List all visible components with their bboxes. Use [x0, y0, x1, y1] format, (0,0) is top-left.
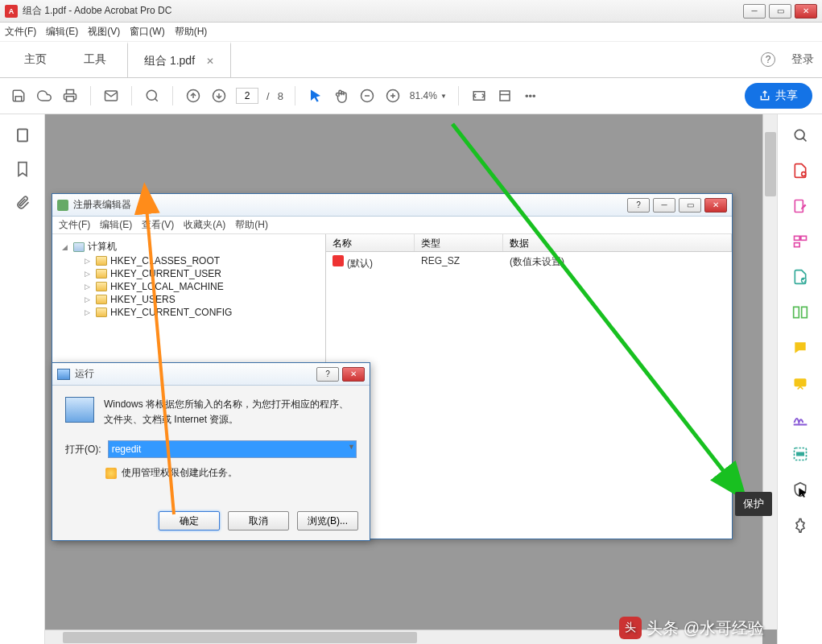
run-close-button[interactable]: ✕	[342, 367, 365, 382]
tree-hkcr[interactable]: ▷HKEY_CLASSES_ROOT	[56, 254, 322, 267]
list-row[interactable]: (默认) REG_SZ (数值未设置)	[326, 252, 732, 274]
share-label: 共享	[775, 89, 798, 103]
zoom-in-icon[interactable]	[384, 87, 402, 105]
vertical-scrollbar[interactable]	[762, 114, 777, 630]
window-title: 组合 1.pdf - Adobe Acrobat Pro DC	[23, 4, 171, 18]
page-view-icon[interactable]	[496, 87, 514, 105]
col-type[interactable]: 类型	[415, 234, 503, 251]
tree-hkcc[interactable]: ▷HKEY_CURRENT_CONFIG	[56, 306, 322, 319]
search-icon[interactable]	[143, 87, 161, 105]
tab-tools[interactable]: 工具	[68, 42, 122, 77]
ok-button[interactable]: 确定	[159, 511, 220, 530]
more-tools-icon[interactable]: •••	[522, 87, 539, 105]
close-button[interactable]: ✕	[795, 4, 817, 19]
regedit-menu-view[interactable]: 查看(V)	[142, 218, 174, 232]
export-pdf-icon[interactable]	[791, 267, 810, 287]
dropdown-icon[interactable]: ▼	[348, 443, 355, 451]
attachment-icon[interactable]	[14, 195, 31, 211]
tree-hku[interactable]: ▷HKEY_USERS	[56, 293, 322, 306]
menu-window[interactable]: 窗口(W)	[130, 25, 164, 39]
svg-rect-26	[794, 243, 799, 247]
print-icon[interactable]	[61, 87, 79, 105]
regedit-help-button[interactable]: ?	[627, 198, 650, 213]
next-page-icon[interactable]	[210, 87, 228, 105]
cloud-icon[interactable]	[35, 87, 53, 105]
search-tool-icon[interactable]	[791, 126, 810, 145]
organize-icon[interactable]	[791, 232, 810, 251]
hand-tool-icon[interactable]	[333, 87, 350, 105]
menu-view[interactable]: 视图(V)	[88, 25, 120, 39]
regedit-menu-edit[interactable]: 编辑(E)	[100, 218, 132, 232]
tab-document-label: 组合 1.pdf	[144, 54, 195, 68]
minimize-button[interactable]: ─	[743, 4, 766, 19]
menu-edit[interactable]: 编辑(E)	[46, 25, 78, 39]
redact-icon[interactable]	[791, 444, 810, 464]
comment-icon[interactable]	[791, 338, 810, 357]
regedit-titlebar[interactable]: 注册表编辑器 ? ─ ▭ ✕	[52, 194, 732, 217]
zoom-level[interactable]: 81.4%▼	[410, 90, 447, 101]
page-sep: /	[266, 90, 270, 102]
browse-button[interactable]: 浏览(B)...	[297, 511, 358, 530]
maximize-button[interactable]: ▭	[769, 4, 791, 19]
run-help-button[interactable]: ?	[316, 367, 339, 382]
svg-point-2	[147, 90, 156, 100]
sign-icon[interactable]	[791, 409, 810, 428]
run-big-icon	[65, 397, 94, 423]
tree-hklm[interactable]: ▷HKEY_LOCAL_MACHINE	[56, 280, 322, 293]
col-data[interactable]: 数据	[503, 234, 732, 251]
signin-link[interactable]: 登录	[791, 52, 814, 67]
window-titlebar: A 组合 1.pdf - Adobe Acrobat Pro DC ─ ▭ ✕	[0, 0, 822, 23]
document-canvas[interactable]: 注册表编辑器 ? ─ ▭ ✕ 文件(F) 编辑(E) 查看(V) 收藏夹(A) …	[45, 114, 777, 644]
share-button[interactable]: 共享	[745, 83, 812, 109]
regedit-close-button[interactable]: ✕	[704, 198, 727, 213]
mail-icon[interactable]	[102, 87, 120, 105]
list-header: 名称 类型 数据	[326, 234, 732, 252]
regedit-value-list[interactable]: 名称 类型 数据 (默认) REG_SZ (数值未设置)	[326, 234, 732, 539]
more-tools-icon[interactable]	[791, 515, 810, 535]
tab-document[interactable]: 组合 1.pdf ✕	[127, 42, 231, 77]
svg-rect-0	[67, 97, 74, 101]
protect-icon[interactable]	[791, 480, 810, 499]
watermark: 头 头条 @水哥经验	[619, 617, 764, 639]
svg-rect-29	[793, 307, 799, 317]
save-icon[interactable]	[10, 87, 27, 105]
run-titlebar[interactable]: 运行 ? ✕	[52, 363, 370, 386]
main-toolbar: / 8 81.4%▼ ••• 共享	[0, 78, 822, 114]
tab-close-icon[interactable]: ✕	[206, 56, 214, 67]
cancel-button[interactable]: 取消	[228, 511, 289, 530]
regedit-maximize-button[interactable]: ▭	[679, 198, 701, 213]
zoom-out-icon[interactable]	[358, 87, 376, 105]
open-label: 打开(O):	[65, 443, 101, 456]
tab-row: 主页 工具 组合 1.pdf ✕ ? 登录	[0, 42, 822, 78]
regedit-menu-fav[interactable]: 收藏夹(A)	[184, 218, 225, 232]
svg-rect-24	[795, 200, 803, 213]
tab-home[interactable]: 主页	[8, 42, 63, 77]
regedit-menu-help[interactable]: 帮助(H)	[235, 218, 268, 232]
fit-width-icon[interactable]	[470, 87, 488, 105]
menu-help[interactable]: 帮助(H)	[175, 25, 208, 39]
tree-root[interactable]: ◢计算机	[56, 239, 322, 254]
help-icon[interactable]: ?	[761, 52, 775, 67]
page-number-input[interactable]	[236, 88, 258, 104]
compare-icon[interactable]	[791, 303, 810, 322]
watermark-icon: 头	[619, 617, 642, 639]
thumbnails-icon[interactable]	[14, 127, 31, 143]
svg-line-3	[155, 99, 158, 101]
menu-file[interactable]: 文件(F)	[5, 25, 36, 39]
select-tool-icon[interactable]	[307, 87, 324, 105]
left-sidebar	[0, 114, 45, 644]
col-name[interactable]: 名称	[326, 234, 415, 251]
svg-rect-30	[801, 307, 807, 317]
create-pdf-icon[interactable]	[791, 161, 810, 180]
svg-rect-16	[18, 130, 27, 142]
bookmark-icon[interactable]	[14, 161, 31, 177]
speech-icon[interactable]	[791, 374, 810, 393]
tree-hkcu[interactable]: ▷HKEY_CURRENT_USER	[56, 267, 322, 280]
open-input[interactable]	[108, 440, 357, 458]
regedit-menubar: 文件(F) 编辑(E) 查看(V) 收藏夹(A) 帮助(H)	[52, 217, 732, 234]
page-total: 8	[278, 90, 283, 102]
prev-page-icon[interactable]	[184, 87, 202, 105]
edit-pdf-icon[interactable]	[791, 196, 810, 216]
regedit-menu-file[interactable]: 文件(F)	[59, 218, 90, 232]
regedit-minimize-button[interactable]: ─	[653, 198, 675, 213]
